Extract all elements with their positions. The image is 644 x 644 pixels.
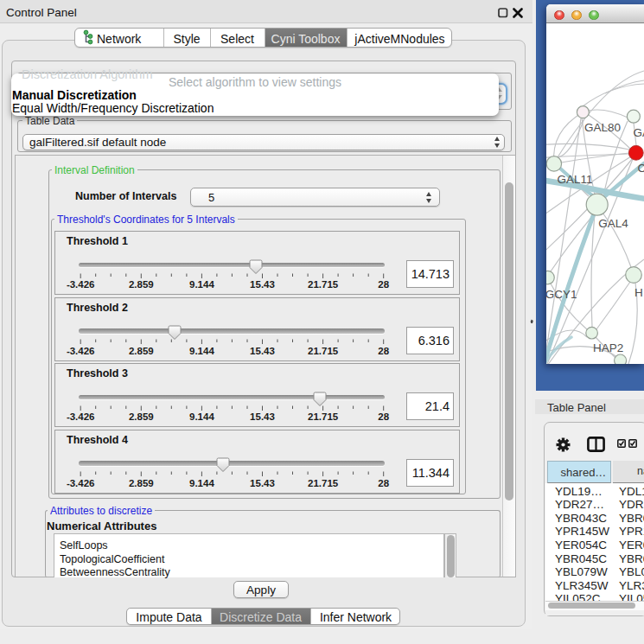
svg-text:GAL4: GAL4 [598,217,628,230]
svg-text:GCY1: GCY1 [546,288,577,301]
svg-text:H: H [634,286,643,299]
svg-text:HAP2: HAP2 [593,341,623,354]
svg-text:GAL11: GAL11 [558,173,593,186]
svg-text:C: C [638,162,644,175]
svg-text:GA: GA [634,126,644,139]
svg-text:GAL80: GAL80 [584,121,621,134]
